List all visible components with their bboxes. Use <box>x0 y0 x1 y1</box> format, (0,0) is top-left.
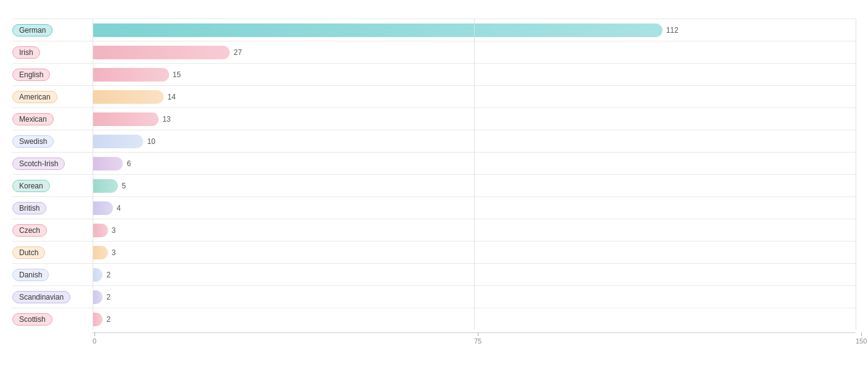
bar-label-pill: Danish <box>12 269 49 281</box>
axis-tick-line <box>478 332 478 336</box>
bar-row: Scotch-Irish6 <box>12 152 856 174</box>
bar-value-label: 112 <box>666 26 678 35</box>
bar-value-label: 3 <box>112 226 116 235</box>
bar-label-area: Mexican <box>12 113 93 125</box>
bar-fill <box>93 268 102 282</box>
bar-track: 27 <box>93 46 856 59</box>
bar-fill <box>93 68 169 82</box>
axis-tick-label: 75 <box>474 337 482 345</box>
bar-value-label: 27 <box>233 48 241 57</box>
bar-row: English15 <box>12 63 856 85</box>
bar-value-label: 6 <box>127 159 131 168</box>
chart-container: German112Irish27English15American14Mexic… <box>0 0 868 369</box>
bar-label-pill: American <box>12 91 57 103</box>
bar-label-area: Irish <box>12 46 93 59</box>
bar-track: 112 <box>93 23 856 37</box>
bar-label-pill: Irish <box>12 46 40 59</box>
bar-label-area: Korean <box>12 180 93 192</box>
axis-tick: 150 <box>856 332 867 345</box>
bar-fill <box>93 313 102 326</box>
bar-label-pill: Dutch <box>12 246 45 259</box>
bar-fill <box>93 157 123 171</box>
bar-value-label: 2 <box>106 315 111 324</box>
axis-area: 075150 <box>93 332 856 345</box>
bar-fill <box>93 179 118 193</box>
bar-fill <box>93 23 662 37</box>
bar-track: 13 <box>93 112 856 126</box>
bar-label-area: Scotch-Irish <box>12 158 93 170</box>
bar-label-pill: German <box>12 24 52 36</box>
bar-track: 14 <box>93 90 856 104</box>
bar-row: Mexican13 <box>12 107 856 130</box>
bar-fill <box>93 224 108 237</box>
bar-fill <box>93 201 113 215</box>
bar-track: 3 <box>93 224 856 237</box>
bar-label-area: American <box>12 91 93 103</box>
bar-label-pill: Scandinavian <box>12 291 70 303</box>
grid-line <box>856 19 856 330</box>
bar-track: 2 <box>93 268 856 282</box>
bar-track: 2 <box>93 290 856 304</box>
bar-label-area: Scandinavian <box>12 291 93 303</box>
bar-track: 10 <box>93 135 856 148</box>
bar-label-pill: Mexican <box>12 113 54 125</box>
axis-tick-line <box>94 332 95 336</box>
bar-value-label: 5 <box>122 182 126 190</box>
bar-row: Scandinavian2 <box>12 285 856 308</box>
bar-label-area: British <box>12 202 93 214</box>
bar-fill <box>93 246 108 259</box>
bar-value-label: 15 <box>173 70 181 79</box>
bar-fill <box>93 135 143 148</box>
bar-label-area: Swedish <box>12 135 93 148</box>
bar-label-pill: English <box>12 69 50 81</box>
axis-tick: 75 <box>474 332 482 345</box>
bar-track: 5 <box>93 179 856 193</box>
bar-label-pill: Korean <box>12 180 50 192</box>
bar-row: Czech3 <box>12 219 856 241</box>
axis-tick-label: 0 <box>93 337 96 345</box>
bar-fill <box>93 290 102 304</box>
chart-area: German112Irish27English15American14Mexic… <box>12 19 856 330</box>
bar-label-area: German <box>12 24 93 36</box>
bar-row: American14 <box>12 85 856 107</box>
bar-row: Dutch3 <box>12 241 856 263</box>
bar-label-pill: Czech <box>12 224 47 237</box>
bar-row: Swedish10 <box>12 130 856 152</box>
bar-row: Danish2 <box>12 263 856 285</box>
bar-row: Scottish2 <box>12 308 856 330</box>
bar-track: 3 <box>93 246 856 259</box>
bar-label-area: Czech <box>12 224 93 237</box>
bar-value-label: 13 <box>162 115 170 124</box>
bar-track: 2 <box>93 313 856 326</box>
bar-label-pill: Scottish <box>12 313 52 326</box>
bar-label-area: Scottish <box>12 313 93 326</box>
bar-fill <box>93 112 159 126</box>
bar-row: German112 <box>12 19 856 41</box>
bar-label-pill: British <box>12 202 46 214</box>
bar-label-pill: Swedish <box>12 135 54 148</box>
bar-row: Korean5 <box>12 174 856 196</box>
bar-track: 4 <box>93 201 856 215</box>
bar-row: British4 <box>12 196 856 219</box>
bar-row: Irish27 <box>12 41 856 63</box>
bar-label-area: Dutch <box>12 246 93 259</box>
bar-value-label: 4 <box>117 204 121 213</box>
bar-value-label: 2 <box>106 271 111 279</box>
bar-value-label: 2 <box>106 293 111 301</box>
axis-tick: 0 <box>93 332 96 345</box>
bar-fill <box>93 46 230 59</box>
axis-tick-label: 150 <box>856 337 867 345</box>
bar-track: 15 <box>93 68 856 82</box>
bar-track: 6 <box>93 157 856 171</box>
bar-label-pill: Scotch-Irish <box>12 158 65 170</box>
bar-value-label: 10 <box>147 137 155 146</box>
bar-value-label: 3 <box>112 248 116 257</box>
bar-label-area: Danish <box>12 269 93 281</box>
axis-tick-line <box>861 332 862 336</box>
bar-fill <box>93 90 164 104</box>
bar-label-area: English <box>12 69 93 81</box>
bar-value-label: 14 <box>167 93 175 101</box>
